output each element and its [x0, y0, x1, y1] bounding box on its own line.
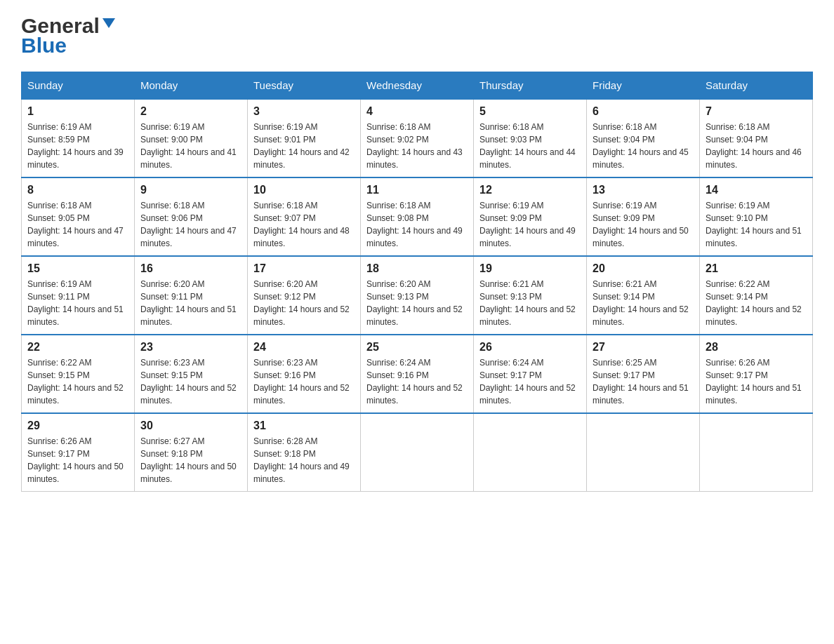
calendar-day: 6 Sunrise: 6:18 AMSunset: 9:04 PMDayligh…	[587, 99, 700, 177]
day-number: 16	[140, 262, 241, 275]
day-info: Sunrise: 6:18 AMSunset: 9:04 PMDaylight:…	[593, 122, 689, 170]
day-number: 13	[593, 184, 694, 196]
day-info: Sunrise: 6:25 AMSunset: 9:17 PMDaylight:…	[593, 358, 689, 405]
day-info: Sunrise: 6:19 AMSunset: 8:59 PMDaylight:…	[27, 122, 124, 170]
calendar-day: 26 Sunrise: 6:24 AMSunset: 9:17 PMDaylig…	[474, 335, 587, 413]
calendar-week-1: 1 Sunrise: 6:19 AMSunset: 8:59 PMDayligh…	[22, 99, 813, 177]
calendar-day: 8 Sunrise: 6:18 AMSunset: 9:05 PMDayligh…	[22, 177, 135, 256]
calendar-week-5: 29 Sunrise: 6:26 AMSunset: 9:17 PMDaylig…	[22, 413, 813, 492]
page-header: General Blue	[21, 14, 813, 58]
svg-marker-0	[102, 18, 115, 28]
day-number: 4	[366, 105, 468, 118]
logo-blue: Blue	[21, 34, 67, 58]
day-number: 8	[27, 184, 128, 196]
day-number: 31	[253, 420, 355, 432]
calendar-day: 22 Sunrise: 6:22 AMSunset: 9:15 PMDaylig…	[22, 335, 135, 413]
day-info: Sunrise: 6:26 AMSunset: 9:17 PMDaylight:…	[27, 436, 124, 484]
day-number: 6	[593, 105, 694, 118]
header-thursday: Thursday	[474, 72, 587, 100]
day-number: 1	[27, 105, 128, 118]
day-number: 14	[706, 184, 807, 196]
day-info: Sunrise: 6:26 AMSunset: 9:17 PMDaylight:…	[706, 358, 802, 405]
header-saturday: Saturday	[700, 72, 813, 100]
day-info: Sunrise: 6:23 AMSunset: 9:15 PMDaylight:…	[140, 358, 237, 405]
day-info: Sunrise: 6:19 AMSunset: 9:00 PMDaylight:…	[140, 122, 237, 170]
day-number: 19	[479, 262, 581, 275]
day-info: Sunrise: 6:28 AMSunset: 9:18 PMDaylight:…	[253, 436, 350, 484]
calendar-day: 27 Sunrise: 6:25 AMSunset: 9:17 PMDaylig…	[587, 335, 700, 413]
calendar-day	[474, 413, 587, 492]
day-info: Sunrise: 6:22 AMSunset: 9:15 PMDaylight:…	[27, 358, 124, 405]
calendar-day: 19 Sunrise: 6:21 AMSunset: 9:13 PMDaylig…	[474, 256, 587, 335]
calendar-day: 7 Sunrise: 6:18 AMSunset: 9:04 PMDayligh…	[700, 99, 813, 177]
day-number: 30	[140, 420, 241, 432]
calendar-day	[587, 413, 700, 492]
day-number: 22	[27, 341, 128, 354]
calendar-week-4: 22 Sunrise: 6:22 AMSunset: 9:15 PMDaylig…	[22, 335, 813, 413]
calendar-day: 21 Sunrise: 6:22 AMSunset: 9:14 PMDaylig…	[700, 256, 813, 335]
calendar-day: 11 Sunrise: 6:18 AMSunset: 9:08 PMDaylig…	[361, 177, 474, 256]
calendar-day: 25 Sunrise: 6:24 AMSunset: 9:16 PMDaylig…	[361, 335, 474, 413]
day-number: 15	[27, 262, 128, 275]
calendar-day: 18 Sunrise: 6:20 AMSunset: 9:13 PMDaylig…	[361, 256, 474, 335]
day-number: 25	[366, 341, 468, 354]
day-number: 17	[253, 262, 355, 275]
day-info: Sunrise: 6:18 AMSunset: 9:07 PMDaylight:…	[253, 201, 350, 248]
day-number: 23	[140, 341, 241, 354]
day-number: 20	[593, 262, 694, 275]
calendar-day: 31 Sunrise: 6:28 AMSunset: 9:18 PMDaylig…	[248, 413, 361, 492]
calendar-day: 20 Sunrise: 6:21 AMSunset: 9:14 PMDaylig…	[587, 256, 700, 335]
day-info: Sunrise: 6:18 AMSunset: 9:03 PMDaylight:…	[479, 122, 576, 170]
day-number: 24	[253, 341, 355, 354]
day-info: Sunrise: 6:18 AMSunset: 9:06 PMDaylight:…	[140, 201, 237, 248]
calendar-day: 3 Sunrise: 6:19 AMSunset: 9:01 PMDayligh…	[248, 99, 361, 177]
day-number: 11	[366, 184, 468, 196]
day-number: 10	[253, 184, 355, 196]
calendar-day: 24 Sunrise: 6:23 AMSunset: 9:16 PMDaylig…	[248, 335, 361, 413]
day-number: 28	[706, 341, 807, 354]
day-info: Sunrise: 6:21 AMSunset: 9:14 PMDaylight:…	[593, 279, 689, 327]
day-info: Sunrise: 6:19 AMSunset: 9:01 PMDaylight:…	[253, 122, 350, 170]
logo: General Blue	[21, 14, 117, 58]
day-info: Sunrise: 6:19 AMSunset: 9:10 PMDaylight:…	[706, 201, 802, 248]
day-number: 3	[253, 105, 355, 118]
header-wednesday: Wednesday	[361, 72, 474, 100]
day-info: Sunrise: 6:18 AMSunset: 9:04 PMDaylight:…	[706, 122, 802, 170]
calendar-day: 15 Sunrise: 6:19 AMSunset: 9:11 PMDaylig…	[22, 256, 135, 335]
day-number: 7	[706, 105, 807, 118]
calendar-day: 14 Sunrise: 6:19 AMSunset: 9:10 PMDaylig…	[700, 177, 813, 256]
calendar-header-row: SundayMondayTuesdayWednesdayThursdayFrid…	[22, 72, 813, 100]
calendar-day: 23 Sunrise: 6:23 AMSunset: 9:15 PMDaylig…	[135, 335, 248, 413]
calendar-day: 10 Sunrise: 6:18 AMSunset: 9:07 PMDaylig…	[248, 177, 361, 256]
day-info: Sunrise: 6:23 AMSunset: 9:16 PMDaylight:…	[253, 358, 350, 405]
header-tuesday: Tuesday	[248, 72, 361, 100]
day-number: 29	[27, 420, 128, 432]
day-info: Sunrise: 6:20 AMSunset: 9:12 PMDaylight:…	[253, 279, 350, 327]
calendar-day: 2 Sunrise: 6:19 AMSunset: 9:00 PMDayligh…	[135, 99, 248, 177]
calendar-day: 9 Sunrise: 6:18 AMSunset: 9:06 PMDayligh…	[135, 177, 248, 256]
calendar-day: 5 Sunrise: 6:18 AMSunset: 9:03 PMDayligh…	[474, 99, 587, 177]
calendar-day: 30 Sunrise: 6:27 AMSunset: 9:18 PMDaylig…	[135, 413, 248, 492]
header-friday: Friday	[587, 72, 700, 100]
calendar-week-3: 15 Sunrise: 6:19 AMSunset: 9:11 PMDaylig…	[22, 256, 813, 335]
logo-triangle-icon	[101, 15, 117, 31]
calendar-day: 1 Sunrise: 6:19 AMSunset: 8:59 PMDayligh…	[22, 99, 135, 177]
calendar-day: 28 Sunrise: 6:26 AMSunset: 9:17 PMDaylig…	[700, 335, 813, 413]
calendar-day: 4 Sunrise: 6:18 AMSunset: 9:02 PMDayligh…	[361, 99, 474, 177]
calendar-day: 13 Sunrise: 6:19 AMSunset: 9:09 PMDaylig…	[587, 177, 700, 256]
day-number: 9	[140, 184, 241, 196]
calendar-day: 16 Sunrise: 6:20 AMSunset: 9:11 PMDaylig…	[135, 256, 248, 335]
day-number: 26	[479, 341, 581, 354]
day-info: Sunrise: 6:18 AMSunset: 9:08 PMDaylight:…	[366, 201, 463, 248]
calendar-day	[361, 413, 474, 492]
day-number: 21	[706, 262, 807, 275]
calendar-day: 29 Sunrise: 6:26 AMSunset: 9:17 PMDaylig…	[22, 413, 135, 492]
calendar-day: 17 Sunrise: 6:20 AMSunset: 9:12 PMDaylig…	[248, 256, 361, 335]
day-number: 12	[479, 184, 581, 196]
day-number: 18	[366, 262, 468, 275]
day-info: Sunrise: 6:19 AMSunset: 9:09 PMDaylight:…	[479, 201, 576, 248]
day-number: 5	[479, 105, 581, 118]
calendar-day: 12 Sunrise: 6:19 AMSunset: 9:09 PMDaylig…	[474, 177, 587, 256]
day-info: Sunrise: 6:24 AMSunset: 9:16 PMDaylight:…	[366, 358, 463, 405]
day-info: Sunrise: 6:18 AMSunset: 9:02 PMDaylight:…	[366, 122, 463, 170]
